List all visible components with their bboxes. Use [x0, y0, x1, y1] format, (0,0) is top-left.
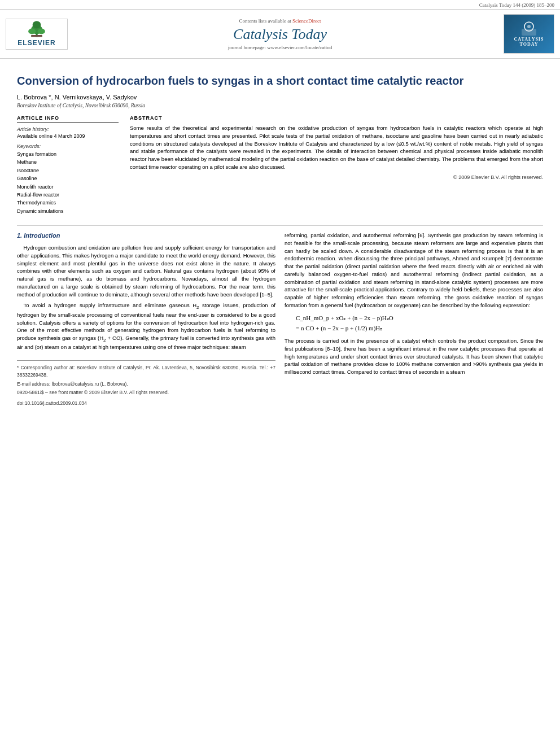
svg-point-8 [527, 25, 531, 28]
article-info-abstract-section: ARTICLE INFO Article history: Available … [17, 115, 543, 220]
article-info-heading: ARTICLE INFO [17, 115, 119, 123]
keywords-label: Keywords: [17, 143, 119, 149]
abstract-body: Some results of the theoretical and expe… [130, 124, 543, 171]
journal-header: ELSEVIER Contents lists available at Sci… [0, 10, 560, 59]
keyword-item: Gasoline [17, 174, 119, 182]
corresponding-note: * Corresponding author at: Boreskov Inst… [17, 364, 275, 379]
keyword-item: Thermodynamics [17, 199, 119, 207]
formula-line2: = n CO + (n − 2x − p + (1/2) m)H₂ [296, 323, 543, 334]
journal-homepage: journal homepage: www.elsevier.com/locat… [73, 45, 487, 50]
authors-line: L. Bobrova *, N. Vernikovskaya, V. Sadyk… [17, 94, 543, 101]
paper-title: Conversion of hydrocarbon fuels to synga… [17, 73, 543, 88]
keywords-list: Syngas formationMethaneIsooctaneGasoline… [17, 150, 119, 215]
svg-point-3 [38, 28, 45, 34]
citation-text: Catalysis Today 144 (2009) 185–200 [479, 2, 554, 8]
svg-rect-6 [522, 29, 536, 36]
body-col-left: 1. Introduction Hydrogen combustion and … [17, 231, 275, 410]
keyword-item: Methane [17, 158, 119, 166]
catalysis-logo-text2: TODAY [519, 42, 538, 47]
contents-line: Contents lists available at ScienceDirec… [73, 18, 487, 24]
section-divider [17, 225, 543, 226]
intro-p3: reforming, partial oxidation, and autoth… [285, 231, 543, 309]
catalysis-logo-icon [520, 21, 537, 37]
citation-bar: Catalysis Today 144 (2009) 185–200 [0, 0, 560, 10]
issn-text: 0920-5861/$ – see front matter © 2009 El… [17, 389, 275, 396]
email-note: E-mail address: lbobrova@catalysis.ru (L… [17, 381, 275, 388]
keyword-item: Radial-flow reactor [17, 191, 119, 199]
elsevier-logo-area: ELSEVIER [6, 19, 73, 50]
intro-p4: The process is carried out in the presen… [285, 337, 543, 376]
affiliation: Boreskov Institute of Catalysis, Novosib… [17, 103, 543, 108]
abstract-panel: ABSTRACT Some results of the theoretical… [130, 115, 543, 220]
svg-point-2 [28, 28, 36, 34]
catalysis-logo: CATALYSIS TODAY [504, 14, 554, 54]
journal-title: Catalysis Today [73, 26, 487, 43]
keyword-item: Dynamic simulations [17, 207, 119, 215]
article-info-panel: ARTICLE INFO Article history: Available … [17, 115, 119, 220]
intro-p2: To avoid a hydrogen supply infrastructur… [17, 302, 275, 351]
authors-text: L. Bobrova *, N. Vernikovskaya, V. Sadyk… [17, 94, 137, 101]
catalysis-logo-area: CATALYSIS TODAY [487, 14, 554, 54]
svg-point-4 [33, 21, 41, 28]
abstract-heading: ABSTRACT [130, 115, 543, 121]
keyword-item: Monolith reactor [17, 183, 119, 191]
history-value: Available online 4 March 2009 [17, 133, 119, 139]
catalysis-logo-text1: CATALYSIS [514, 37, 544, 42]
copyright-line: © 2009 Elsevier B.V. All rights reserved… [130, 174, 543, 180]
abstract-text: Some results of the theoretical and expe… [130, 124, 543, 171]
keyword-item: Syngas formation [17, 150, 119, 158]
intro-heading: 1. Introduction [17, 231, 275, 241]
history-label: Article history: [17, 126, 119, 132]
elsevier-logo: ELSEVIER [6, 19, 68, 50]
elsevier-tree-icon [20, 19, 54, 38]
formula-line1: C_nH_mO_p + xO₂ + (n − 2x − p)H₂O [296, 313, 543, 324]
body-col-right: reforming, partial oxidation, and autoth… [285, 231, 543, 410]
formula-block: C_nH_mO_p + xO₂ + (n − 2x − p)H₂O = n CO… [296, 313, 543, 334]
keywords-section: Keywords: Syngas formationMethaneIsoocta… [17, 143, 119, 215]
paper-content: Conversion of hydrocarbon fuels to synga… [0, 59, 560, 421]
footnote-section: * Corresponding author at: Boreskov Inst… [17, 360, 275, 387]
journal-header-center: Contents lists available at ScienceDirec… [73, 18, 487, 50]
intro-p1: Hydrogen combustion and oxidation are po… [17, 244, 275, 298]
svg-rect-5 [31, 35, 42, 37]
elsevier-text: ELSEVIER [18, 39, 55, 47]
body-section: 1. Introduction Hydrogen combustion and … [17, 231, 543, 410]
doi-text: doi:10.1016/j.cattod.2009.01.034 [17, 400, 275, 407]
sciencedirect-link[interactable]: ScienceDirect [292, 18, 321, 24]
doi-section: 0920-5861/$ – see front matter © 2009 El… [17, 389, 275, 407]
keyword-item: Isooctane [17, 167, 119, 174]
history-section: Article history: Available online 4 Marc… [17, 126, 119, 139]
